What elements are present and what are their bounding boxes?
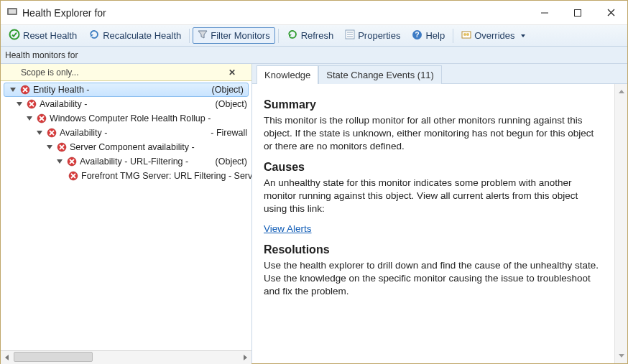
refresh-icon [287,29,298,42]
tab-knowledge-label: Knowledge [264,70,310,80]
error-state-icon [68,171,78,181]
scope-close-button[interactable]: ✕ [224,67,240,78]
help-icon: ? [412,29,422,42]
help-button[interactable]: ? Help [407,27,450,45]
tree-item-suffix: - Firewall [203,128,247,138]
tree-expander[interactable] [45,143,54,151]
recalculate-health-button[interactable]: Recalculate Health [83,27,186,45]
tab-bar: Knowledge State Change Events (11) [252,64,627,84]
tree-item-suffix: (Object) [208,157,247,167]
toolbar-separator [189,29,190,43]
close-button[interactable] [594,1,627,24]
tree-row[interactable]: Availability -- Firewall [1,126,251,140]
resolutions-heading: Resolutions [264,243,603,256]
scroll-right-button[interactable] [239,351,251,364]
causes-heading: Causes [264,161,603,174]
recalc-icon [88,29,100,42]
content-wrap: Summary This monitor is the rollup monit… [252,84,627,363]
tree-item-label: Server Component availability - [70,142,195,152]
tree-row[interactable]: Windows Computer Role Health Rollup - [1,111,251,126]
error-state-icon [47,128,57,138]
tree-item-label: Windows Computer Role Health Rollup - [50,113,211,123]
scroll-left-button[interactable] [1,351,14,364]
error-state-icon [37,113,47,123]
right-pane: Knowledge State Change Events (11) Summa… [252,64,627,363]
subheader-bar: Health monitors for [1,47,627,64]
scroll-down-button[interactable] [615,347,627,363]
error-state-icon [67,157,77,167]
tree-item-suffix: (Object) [208,99,247,109]
scope-label: Scope is only... [21,67,78,78]
error-state-icon [20,85,30,95]
title-bar: Health Explorer for [1,1,627,25]
toolbar: Reset Health Recalculate Health Filter M… [1,25,627,47]
minimize-button[interactable] [528,1,561,24]
properties-button[interactable]: Properties [340,27,405,44]
tree-expander[interactable] [55,157,64,166]
window-controls [528,1,627,24]
scroll-up-button[interactable] [615,84,627,100]
subheader-text: Health monitors for [5,50,78,60]
properties-label: Properties [358,30,400,41]
error-state-icon [27,99,37,109]
content-vertical-scrollbar[interactable] [614,84,627,363]
svg-point-15 [466,33,469,36]
toolbar-separator [278,29,279,43]
tree-item-suffix: (Object) [205,85,244,95]
refresh-label: Refresh [301,30,334,41]
tree-item-label: Availability - [60,128,107,138]
overrides-button[interactable]: Overrides [456,27,530,44]
tab-state-change-events[interactable]: State Change Events (11) [318,65,442,84]
toolbar-separator [453,29,453,43]
left-pane: Scope is only... ✕ Entity Health -(Objec… [1,64,252,363]
summary-text: This monitor is the rollup monitor for a… [264,114,603,154]
tab-knowledge[interactable]: Knowledge [257,65,318,84]
resolutions-text: Use the health explorer to drill down an… [264,259,603,299]
filter-monitors-button[interactable]: Filter Monitors [193,27,274,44]
tree-row[interactable]: Server Component availability - [1,140,251,154]
scope-bar: Scope is only... ✕ [1,64,251,81]
tree-item-label: Availability - [40,99,87,109]
properties-icon [345,29,355,42]
causes-text: An unhealthy state for this monitor indi… [264,177,603,216]
tree-item-label: Availability - URL-Filtering - [80,157,188,167]
svg-rect-13 [462,32,471,38]
tab-events-label: State Change Events (11) [326,70,434,80]
tree-row[interactable]: Entity Health -(Object) [4,83,249,97]
reset-health-label: Reset Health [23,30,77,41]
body: Scope is only... ✕ Entity Health -(Objec… [1,64,627,363]
refresh-button[interactable]: Refresh [282,27,339,45]
tree-item-label: Entity Health - [33,85,90,95]
error-state-icon [57,142,67,152]
vscroll-track[interactable] [615,100,627,347]
tree-row[interactable]: Availability -(Object) [1,97,251,111]
health-explorer-window: Health Explorer for Reset Health Recalcu… [0,0,628,364]
tree-expander[interactable] [9,85,17,94]
window-title: Health Explorer for [22,7,528,19]
svg-point-14 [463,33,466,36]
svg-text:?: ? [415,31,420,39]
summary-heading: Summary [264,98,603,111]
view-alerts-link[interactable]: View Alerts [264,223,312,234]
tree-row[interactable]: Availability - URL-Filtering -(Object) [1,154,251,169]
maximize-button[interactable] [561,1,594,24]
tree-expander[interactable] [15,100,24,108]
tree-horizontal-scrollbar[interactable] [1,350,251,363]
tree-expander[interactable] [25,114,34,123]
scroll-thumb[interactable] [14,352,93,362]
reset-health-icon [9,29,20,42]
svg-rect-3 [575,9,581,16]
tree-item-label: Forefront TMG Server: URL Filtering - Se… [81,171,251,181]
app-icon [6,6,18,20]
recalc-label: Recalculate Health [103,30,181,41]
filter-label: Filter Monitors [211,30,269,41]
overrides-label: Overrides [474,30,514,41]
monitor-tree[interactable]: Entity Health -(Object)Availability -(Ob… [1,81,251,350]
tree-row[interactable]: Forefront TMG Server: URL Filtering - Se… [1,169,251,183]
reset-health-button[interactable]: Reset Health [4,27,82,45]
svg-rect-1 [9,9,16,14]
knowledge-content: Summary This monitor is the rollup monit… [252,84,614,363]
tree-expander[interactable] [35,129,44,137]
scroll-track[interactable] [14,351,239,364]
overrides-icon [461,29,471,42]
